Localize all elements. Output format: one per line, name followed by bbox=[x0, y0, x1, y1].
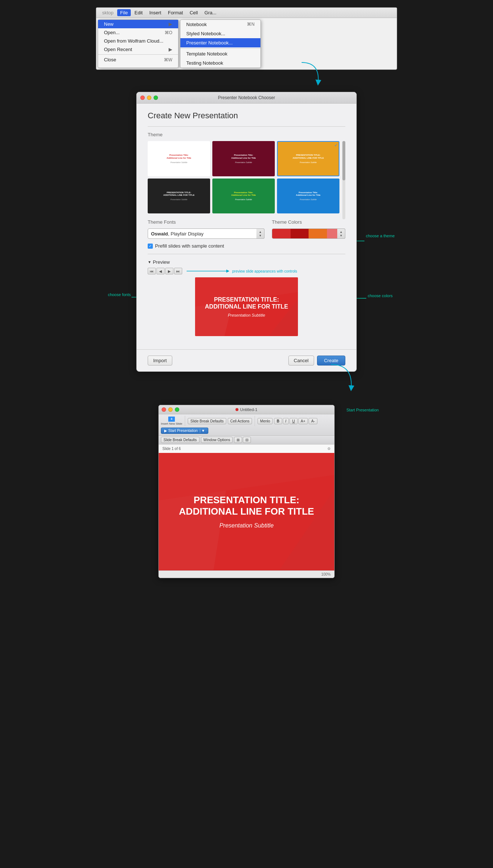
nb-toolbar-row2: Slide Break Defaults Window Options ⊞ ⊟ bbox=[159, 436, 334, 444]
theme-scrollbar[interactable] bbox=[342, 141, 345, 219]
slide-break-btn[interactable]: Slide Break Defaults bbox=[188, 418, 226, 424]
theme-white[interactable]: Presentation Title: Additional Line for … bbox=[148, 141, 210, 176]
notebook-section: Untitled-1 + Insert New Slide Slide Brea… bbox=[158, 405, 335, 578]
toolbar-icons-group: ⊞ ⊟ bbox=[234, 437, 251, 443]
bold-btn[interactable]: B bbox=[274, 418, 282, 424]
fonts-section: Theme Fonts Oswald, Playfair Display ▲ ▼ bbox=[148, 219, 265, 239]
menu-item-cell[interactable]: Cell bbox=[187, 9, 201, 16]
prefill-checkbox[interactable]: ✓ bbox=[148, 244, 153, 249]
fonts-spinner[interactable]: ▲ ▼ bbox=[256, 228, 265, 239]
colors-section: Theme Colors ▲ ▼ bbox=[272, 219, 345, 239]
menu-item-insert[interactable]: Insert bbox=[146, 9, 164, 16]
slide-break-defaults-btn[interactable]: Slide Break Defaults bbox=[161, 437, 199, 443]
traffic-lights bbox=[140, 96, 158, 100]
submenu-arrow: ▶ bbox=[169, 21, 172, 27]
submenu-styled[interactable]: Styled Notebook... bbox=[180, 29, 260, 38]
notebook-footer: 100% bbox=[159, 570, 334, 578]
cancel-button[interactable]: Cancel bbox=[288, 356, 314, 365]
preview-slide: PRESENTATION TITLE: ADDITIONAL LINE FOR … bbox=[195, 277, 298, 336]
theme-dark[interactable]: PRESENTATION TITLE: ADDITIONAL LINE FOR … bbox=[148, 179, 210, 214]
arrow-to-notebook bbox=[320, 363, 357, 396]
maximize-button[interactable] bbox=[154, 96, 158, 100]
menu-item-desktop[interactable]: sktop bbox=[99, 9, 116, 16]
preview-annotation: preview slide appearances with controls bbox=[187, 269, 297, 273]
close-button[interactable] bbox=[140, 96, 145, 100]
theme-green[interactable]: Presentation Title: Additional Line for … bbox=[212, 179, 275, 214]
theme-blue[interactable]: Presentation Title: Additional Line for … bbox=[277, 179, 339, 214]
italic-btn[interactable]: I bbox=[283, 418, 289, 424]
spinner-down: ▼ bbox=[259, 234, 262, 237]
annotation-choose-theme: choose a theme bbox=[366, 233, 395, 239]
arrow-to-dialog bbox=[294, 61, 324, 90]
nb-maximize-button[interactable] bbox=[175, 407, 179, 412]
menu-bar: sktop File Edit Insert Format Cell Gra..… bbox=[96, 8, 397, 18]
submenu-notebook[interactable]: Notebook ⌘N bbox=[180, 20, 260, 29]
nb-separator-1 bbox=[185, 416, 185, 426]
import-button[interactable]: Import bbox=[148, 356, 172, 365]
nav-last[interactable]: ⏭ bbox=[174, 268, 182, 274]
color-swatch-darkred bbox=[291, 229, 309, 238]
open-shortcut: ⌘O bbox=[165, 30, 172, 35]
theme-orange[interactable]: PRESENTATION TITLE: ADDITIONAL LINE FOR … bbox=[277, 141, 339, 176]
minimize-button[interactable] bbox=[147, 96, 151, 100]
menu-section: sktop File Edit Insert Format Cell Gra..… bbox=[96, 7, 397, 70]
menu-open-item[interactable]: Open... ⌘O bbox=[98, 28, 178, 37]
settings-icon[interactable]: ⚙ bbox=[327, 447, 331, 451]
color-swatch-red bbox=[272, 229, 291, 238]
colors-spinner[interactable]: ▲ ▼ bbox=[337, 228, 345, 239]
menu-item-format[interactable]: Format bbox=[165, 9, 186, 16]
preview-label: Preview bbox=[153, 259, 170, 265]
divider-2 bbox=[148, 254, 345, 254]
nav-next[interactable]: ▶ bbox=[165, 268, 173, 274]
colors-select-wrapper: ▲ ▼ bbox=[272, 228, 345, 239]
annotation-choose-colors: choose colors bbox=[368, 293, 395, 299]
menu-item-gra[interactable]: Gra... bbox=[202, 9, 220, 16]
nb-minimize-button[interactable] bbox=[168, 407, 173, 412]
menu-close-item[interactable]: Close ⌘W bbox=[98, 55, 178, 64]
insert-slide-btn[interactable]: + Insert New Slide bbox=[161, 417, 182, 426]
color-spinner-down: ▼ bbox=[340, 234, 343, 237]
preview-controls: ⏮ ◀ ▶ ⏭ preview slide appearances with c… bbox=[148, 268, 345, 274]
menu-item-file[interactable]: File bbox=[117, 9, 131, 16]
fonts-bold-part: Oswald bbox=[151, 231, 168, 237]
bigger-btn[interactable]: A+ bbox=[298, 418, 308, 424]
fonts-rest: , Playfair Display bbox=[168, 231, 204, 237]
nb-icon-btn-2[interactable]: ⊟ bbox=[243, 437, 251, 443]
cell-actions-btn[interactable]: Cell Actions bbox=[228, 418, 252, 424]
slide-subtitle: Presentation Subtitle bbox=[219, 522, 274, 529]
annotation-start-presentation: Start Presentation bbox=[346, 408, 379, 412]
window-options-btn[interactable]: Window Options bbox=[201, 437, 233, 443]
fonts-select-wrapper: Oswald, Playfair Display ▲ ▼ bbox=[148, 228, 265, 239]
nb-toolbar-row1: + Insert New Slide Slide Break Defaults … bbox=[159, 414, 334, 436]
menu-item-edit[interactable]: Edit bbox=[132, 9, 145, 16]
submenu-template[interactable]: Template Notebook bbox=[180, 49, 260, 58]
color-swatch-row[interactable] bbox=[272, 228, 345, 239]
submenu-presenter[interactable]: Presenter Notebook... bbox=[180, 38, 260, 47]
nb-icon-btn-1[interactable]: ⊞ bbox=[234, 437, 242, 443]
start-dropdown-arrow: ▼ bbox=[200, 429, 205, 433]
colors-label: Theme Colors bbox=[272, 219, 345, 225]
start-presentation-btn[interactable]: ▶ Start Presentation ▼ bbox=[161, 428, 208, 434]
menu-new-item[interactable]: New ▶ bbox=[98, 20, 178, 28]
theme-darkred[interactable]: Presentation Title: Additional Line for … bbox=[212, 141, 275, 176]
nav-prev[interactable]: ◀ bbox=[156, 268, 165, 274]
insert-slide-label: Insert New Slide bbox=[161, 422, 182, 426]
prefill-label: Prefill slides with sample content bbox=[155, 243, 224, 249]
menu-separator bbox=[98, 54, 178, 55]
theme-area: Presentation Title: Additional Line for … bbox=[148, 141, 345, 219]
preview-container: PRESENTATION TITLE: ADDITIONAL LINE FOR … bbox=[148, 277, 345, 336]
dialog-content: Create New Presentation Theme Presentati… bbox=[137, 104, 356, 349]
smaller-btn[interactable]: A- bbox=[309, 418, 317, 424]
font-selector[interactable]: Menlo bbox=[258, 418, 273, 424]
menu-open-recent-item[interactable]: Open Recent ▶ bbox=[98, 45, 178, 54]
dialog-titlebar: Presenter Notebook Chooser bbox=[137, 92, 356, 104]
underline-btn[interactable]: U bbox=[289, 418, 297, 424]
submenu-testing[interactable]: Testing Notebook bbox=[180, 58, 260, 68]
menu-open-cloud-item[interactable]: Open from Wolfram Cloud... bbox=[98, 37, 178, 45]
nav-first[interactable]: ⏮ bbox=[148, 268, 156, 274]
nb-close-button[interactable] bbox=[162, 407, 166, 412]
recent-arrow: ▶ bbox=[169, 47, 172, 52]
notebook-titlebar: Untitled-1 bbox=[159, 405, 334, 414]
nb-title-dot bbox=[235, 408, 238, 411]
fonts-select-field[interactable]: Oswald, Playfair Display bbox=[148, 228, 265, 239]
